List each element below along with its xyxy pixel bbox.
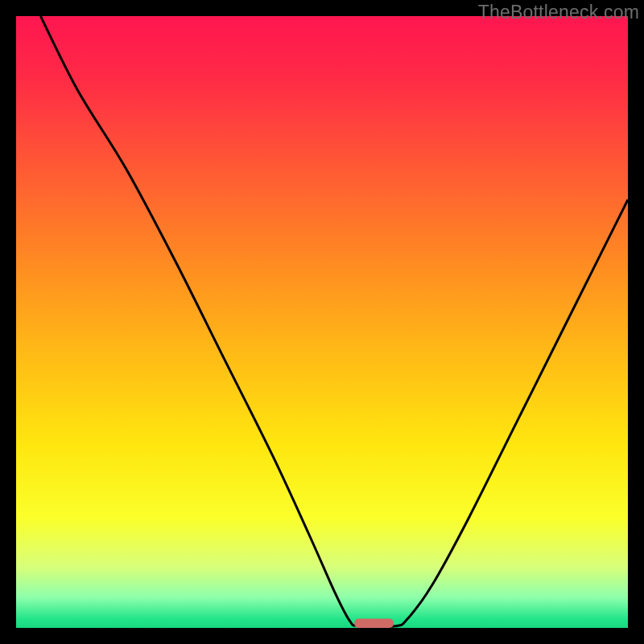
chart-frame — [16, 16, 628, 628]
chart-svg — [16, 16, 628, 628]
watermark-text: TheBottleneck.com — [478, 2, 639, 23]
optimal-marker — [354, 619, 394, 628]
gradient-background — [16, 16, 628, 628]
